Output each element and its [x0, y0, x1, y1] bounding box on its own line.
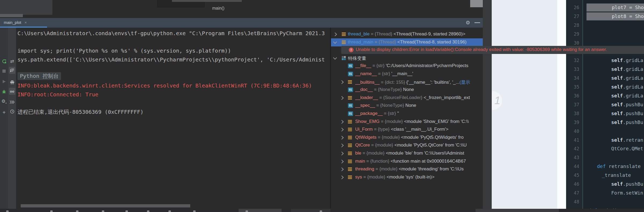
variables-row-Ui_Form[interactable]: Ui_Form = {type} <class '__main__.Ui_For… [331, 126, 483, 134]
chevron-right-icon[interactable] [340, 144, 344, 147]
str-value-icon: 01 [348, 111, 353, 116]
object-icon [348, 176, 352, 179]
gutter-separator [582, 0, 583, 209]
variables-row-main[interactable]: main = {function} <function main at 0x00… [331, 158, 483, 166]
chevron-right-icon[interactable] [340, 160, 344, 163]
ide-window-edge [483, 0, 492, 209]
debug-button[interactable] [1, 88, 7, 95]
soft-wrap-button[interactable]: oo [9, 88, 15, 95]
overlay-white-window: 1 [492, 0, 566, 209]
variables-row-__file__[interactable]: 01__file__ = {str} 'C:/Users/Administrat… [331, 62, 483, 70]
object-icon [342, 41, 346, 44]
chevron-down-icon[interactable] [333, 40, 337, 44]
taskbar-segment [291, 209, 330, 212]
taskbar-icon-top [168, 210, 171, 212]
line-number: 34 [574, 75, 579, 81]
chevron-right-icon[interactable] [333, 32, 337, 36]
show-command-line-button[interactable]: ⇄ [9, 58, 15, 65]
variable-text: __spec__ = {NoneType} None [355, 103, 416, 108]
console-line: C:\Users\Administrator\.conda\envs\tf-gp… [17, 30, 325, 36]
python-console-output[interactable]: C:\Users\Administrator\.conda\envs\tf-gp… [16, 28, 330, 209]
gear-icon[interactable]: ⚙ [466, 20, 470, 26]
minimize-icon[interactable] [474, 22, 480, 23]
history-button[interactable] [9, 108, 15, 115]
overlay-badge-number: 1 [492, 94, 503, 107]
show-python-prompt-button[interactable] [9, 98, 15, 105]
chevron-right-icon[interactable] [340, 136, 344, 140]
line-number: 39 [574, 119, 579, 125]
variables-row-QtWidgets[interactable]: QtWidgets = {module} <module 'PyQt5.QtWi… [331, 134, 483, 142]
gear-icon: ⚙▾ [1, 98, 6, 104]
rerun-button[interactable] [1, 58, 7, 65]
console-hscrollbar[interactable] [21, 204, 190, 207]
taskbar-segment [476, 209, 559, 212]
variables-row-__package__[interactable]: 01__package__ = {str} '' [331, 110, 483, 118]
variables-row-Show_EMG[interactable]: Show_EMG = {module} <module 'Show_EMG' f… [331, 118, 483, 126]
taskbar-icon-top [193, 210, 196, 212]
code-line: self.gridLa [611, 66, 643, 72]
taskbar-segment [239, 209, 282, 212]
variables-row-__builtins__[interactable]: __builtins__ = {dict: 155} {'__name__': … [331, 78, 483, 86]
chevron-right-icon[interactable] [340, 128, 344, 131]
line-number: 48 [574, 199, 579, 205]
variables-row-__loader__[interactable]: __loader__ = {SourceFileLoader} <_frozen… [331, 94, 483, 102]
code-line: Form.setWin [611, 190, 643, 196]
show-more-link[interactable]: (显示 [459, 80, 470, 85]
tab-main-plot[interactable]: main_plot × [0, 18, 31, 27]
add-configuration-button[interactable]: + [1, 109, 7, 116]
stop-button[interactable] [1, 68, 7, 75]
console-line: import sys; print('Python %s on %s' % (s… [17, 47, 231, 54]
debugger-variables-panel[interactable]: thread_ble = {Thread} <Thread(Thread-9, … [331, 28, 483, 209]
taskbar-icon-top [6, 210, 9, 212]
frames-scrollbar[interactable] [0, 14, 23, 17]
line-number: 38 [574, 111, 579, 116]
chevron-right-icon[interactable] [340, 80, 344, 84]
special-variables-icon [342, 56, 346, 60]
variable-text: __name__ = {str} '__main__' [355, 71, 413, 76]
line-number: 33 [574, 66, 579, 72]
code-line: plot7 = Sho [612, 5, 644, 10]
variables-row-sys[interactable]: sys = {module} <module 'sys' (built-in)> [331, 173, 483, 181]
variables-row-QtCore[interactable]: QtCore = {module} <module 'PyQt5.QtCore'… [331, 141, 483, 149]
settings-button[interactable]: ⚙▾ [1, 98, 7, 105]
print-button[interactable] [9, 79, 15, 86]
line-number: 45 [574, 172, 579, 178]
scroll-to-end-button[interactable] [9, 67, 15, 74]
variables-row-__name__[interactable]: 01__name__ = {str} '__main__' [331, 70, 483, 78]
variables-row-threading[interactable]: threading = {module} <module 'threading'… [331, 165, 483, 173]
code-line: self.pushBu [611, 102, 643, 108]
chevron-right-icon[interactable] [340, 96, 344, 100]
variable-text: __file__ = {str} 'C:/Users/Administrator… [355, 63, 468, 68]
line-number: 42 [574, 146, 579, 152]
stack-frame-label[interactable]: main() [212, 6, 224, 11]
chevron-right-icon[interactable] [340, 152, 344, 155]
resume-button[interactable] [1, 78, 7, 85]
object-icon [348, 167, 352, 171]
close-icon[interactable]: × [24, 20, 27, 25]
code-line: self.pushBu [611, 181, 643, 187]
variables-row-ble[interactable]: ble = {module} <module 'ble' from 'C:\\U… [331, 149, 483, 158]
variables-row-__spec__[interactable]: 01__spec__ = {NoneType} None [331, 102, 483, 110]
variable-text: Ui_Form = {type} <class '__main__.Ui_For… [355, 127, 448, 132]
variable-text: __doc__ = {NoneType} None [355, 87, 414, 92]
console-line: INFO:root:Connected: True [17, 91, 98, 98]
scrollbar-block [470, 0, 483, 7]
variables-row-__doc__[interactable]: 01__doc__ = {NoneType} None [331, 86, 483, 94]
chevron-down-icon[interactable] [333, 56, 337, 60]
code-line: self.gridLa [611, 93, 643, 99]
windows-taskbar[interactable] [0, 209, 644, 212]
line-number: 27 [574, 13, 579, 19]
tab-label: main_plot [4, 20, 21, 25]
code-editor-window[interactable]: 2627282930313233343536373839404142434445… [566, 0, 644, 209]
code-line: plot8 = Sho [612, 13, 644, 19]
variables-row-thread_ble[interactable]: thread_ble = {Thread} <Thread(Thread-9, … [331, 30, 483, 38]
chevron-right-icon[interactable] [340, 176, 344, 179]
chevron-right-icon[interactable] [340, 120, 344, 124]
variable-text: Show_EMG = {module} <module 'Show_EMG' f… [355, 119, 469, 124]
variables-row-thread_main[interactable]: thread_main = {Thread} <Thread(Thread-8,… [331, 38, 483, 46]
variables-row-特殊变量[interactable]: 特殊变量 [331, 54, 483, 62]
object-icon [348, 160, 352, 163]
variable-text: thread_ble = {Thread} <Thread(Thread-9, … [348, 31, 465, 37]
editor-scrollbar-thumb[interactable] [172, 0, 242, 2]
chevron-right-icon[interactable] [340, 167, 344, 171]
